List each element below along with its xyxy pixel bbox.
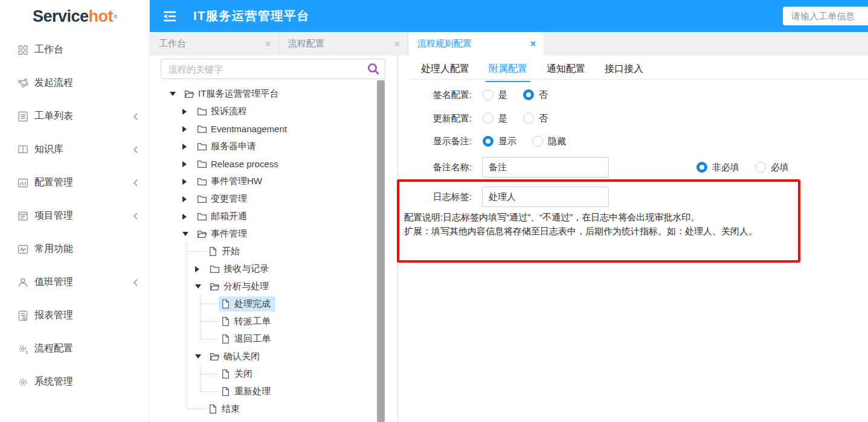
process-tree: IT服务运营管理平台投诉流程Eventmanagement服务器申请Releas… <box>150 85 378 418</box>
workspace-tab-工作台[interactable]: 工作台× <box>150 32 279 56</box>
sidebar-item-工作台[interactable]: 工作台 <box>0 33 149 66</box>
sidebar-item-label: 系统管理 <box>34 376 138 388</box>
close-icon[interactable]: × <box>265 39 271 49</box>
field-input-备注名称[interactable] <box>482 157 609 177</box>
radio-显示[interactable] <box>483 136 493 147</box>
tree-node-重新处理[interactable]: 重新处理 <box>150 383 378 400</box>
tree-node-Eventmanagement[interactable]: Eventmanagement <box>150 120 378 138</box>
tree-node-content[interactable]: 服务器申请 <box>195 139 261 154</box>
tree-scrollbar[interactable] <box>377 80 385 422</box>
radio-非必填[interactable] <box>696 162 707 173</box>
radio-否[interactable] <box>523 89 534 100</box>
tree-node-邮箱开通[interactable]: 邮箱开通 <box>150 208 378 225</box>
tree-node-退回工单[interactable]: 退回工单 <box>150 330 378 348</box>
sidebar-item-label: 工单列表 <box>34 110 132 123</box>
tree-node-content[interactable]: 退回工单 <box>219 331 275 347</box>
sidebar-item-知识库[interactable]: 知识库 <box>0 133 149 166</box>
tree-node-结束[interactable]: 结束 <box>150 400 378 418</box>
tree-node-content[interactable]: 变更管理 <box>195 191 252 206</box>
logo-text-orange: hot <box>89 7 113 26</box>
tree-node-确认关闭[interactable]: 确认关闭 <box>150 348 378 365</box>
project-icon <box>17 210 29 222</box>
expand-arrow-icon[interactable] <box>182 232 195 236</box>
radio-label: 必填 <box>771 162 789 173</box>
sidebar-item-常用功能[interactable]: 常用功能 <box>0 232 149 266</box>
tree-node-content[interactable]: 转派工单 <box>219 314 275 329</box>
tree-node-处理完成[interactable]: 处理完成 <box>150 295 378 313</box>
collapse-arrow-icon[interactable] <box>195 266 208 272</box>
collapse-arrow-icon[interactable] <box>182 179 195 185</box>
collapse-arrow-icon[interactable] <box>182 161 195 167</box>
sidebar-item-发起流程[interactable]: 发起流程 <box>0 66 149 100</box>
field-input-日志标签[interactable] <box>482 187 609 207</box>
radio-是[interactable] <box>483 89 493 100</box>
tree-node-接收与记录[interactable]: 接收与记录 <box>150 260 378 278</box>
tree-node-content[interactable]: 结束 <box>206 401 245 417</box>
workspace-tab-流程规则配置[interactable]: 流程规则配置× <box>408 32 544 56</box>
tree-node-服务器申请[interactable]: 服务器申请 <box>150 138 378 155</box>
sidebar-item-项目管理[interactable]: 项目管理 <box>0 199 149 232</box>
workorder-search-input[interactable] <box>783 7 868 25</box>
tree-node-关闭[interactable]: 关闭 <box>150 365 378 383</box>
chevron-left-icon <box>132 278 138 287</box>
tree-node-转派工单[interactable]: 转派工单 <box>150 313 378 330</box>
radio-必填[interactable] <box>755 162 766 173</box>
tree-node-Release process[interactable]: Release process <box>150 155 378 173</box>
tree-node-content[interactable]: Eventmanagement <box>195 122 292 136</box>
sidebar-item-工单列表[interactable]: 工单列表 <box>0 100 149 133</box>
tree-node-content[interactable]: 投诉流程 <box>195 104 252 119</box>
tree-node-content[interactable]: 开始 <box>206 244 245 259</box>
close-icon[interactable]: × <box>530 39 536 49</box>
tree-node-变更管理[interactable]: 变更管理 <box>150 190 378 208</box>
tree-node-content[interactable]: 事件管理HW <box>195 174 267 189</box>
tree-node-label: 退回工单 <box>234 333 271 345</box>
sidebar-item-label: 工作台 <box>34 43 138 56</box>
radio-是[interactable] <box>483 113 493 124</box>
sidebar-item-报表管理[interactable]: 报表管理 <box>0 299 149 332</box>
sidebar-item-配置管理[interactable]: 配置管理 <box>0 166 149 199</box>
form-row-签名配置: 签名配置:是否 <box>398 89 868 101</box>
collapse-arrow-icon[interactable] <box>182 196 195 202</box>
tree-node-content[interactable]: 处理完成 <box>219 296 275 312</box>
tree-node-content[interactable]: 重新处理 <box>219 384 275 399</box>
tree-node-事件管理HW[interactable]: 事件管理HW <box>150 173 378 190</box>
tree-node-content[interactable]: 邮箱开通 <box>195 209 252 224</box>
menu-collapse-icon[interactable] <box>162 10 178 23</box>
tree-node-content[interactable]: 确认关闭 <box>208 349 265 364</box>
sidebar-item-label: 常用功能 <box>34 243 138 255</box>
tree-node-开始[interactable]: 开始 <box>150 243 378 260</box>
tree-node-分析与处理[interactable]: 分析与处理 <box>150 278 378 295</box>
tree-node-content[interactable]: 接收与记录 <box>208 261 274 277</box>
workspace-tab-流程配置[interactable]: 流程配置× <box>279 32 408 56</box>
tree-node-content[interactable]: 分析与处理 <box>208 279 274 294</box>
tree-node-content[interactable]: 关闭 <box>219 366 257 382</box>
tree-search-input[interactable] <box>161 59 385 79</box>
radio-隐藏[interactable] <box>532 136 543 147</box>
collapse-arrow-icon[interactable] <box>182 109 195 115</box>
sidebar-item-值班管理[interactable]: 值班管理 <box>0 266 149 299</box>
report-icon <box>17 310 29 322</box>
tree-node-label: 转派工单 <box>234 316 271 327</box>
collapse-arrow-icon[interactable] <box>182 126 195 132</box>
sidebar-item-系统管理[interactable]: 系统管理 <box>0 365 149 398</box>
tree-node-投诉流程[interactable]: 投诉流程 <box>150 103 378 120</box>
tree-node-content[interactable]: IT服务运营管理平台 <box>182 86 283 101</box>
expand-arrow-icon[interactable] <box>195 354 208 359</box>
collapse-arrow-icon[interactable] <box>182 144 195 150</box>
tree-node-content[interactable]: 事件管理 <box>195 226 252 241</box>
folder-closed-icon <box>197 194 207 204</box>
form-row-日志标签: 日志标签: <box>398 187 868 207</box>
sidebar-item-流程配置[interactable]: 流程配置 <box>0 332 149 365</box>
tree-connector-line <box>200 365 201 392</box>
search-icon[interactable] <box>366 62 381 76</box>
tree-node-content[interactable]: Release process <box>195 157 283 171</box>
radio-否[interactable] <box>523 113 534 124</box>
tree-node-事件管理[interactable]: 事件管理 <box>150 225 378 243</box>
close-icon[interactable]: × <box>394 39 400 49</box>
tree-node-label: 邮箱开通 <box>211 211 247 222</box>
form-row-备注名称: 备注名称:非必填必填 <box>398 157 868 177</box>
expand-arrow-icon[interactable] <box>170 92 182 96</box>
collapse-arrow-icon[interactable] <box>182 214 195 220</box>
tree-node-IT服务运营管理平台[interactable]: IT服务运营管理平台 <box>150 85 378 103</box>
expand-arrow-icon[interactable] <box>195 284 208 289</box>
